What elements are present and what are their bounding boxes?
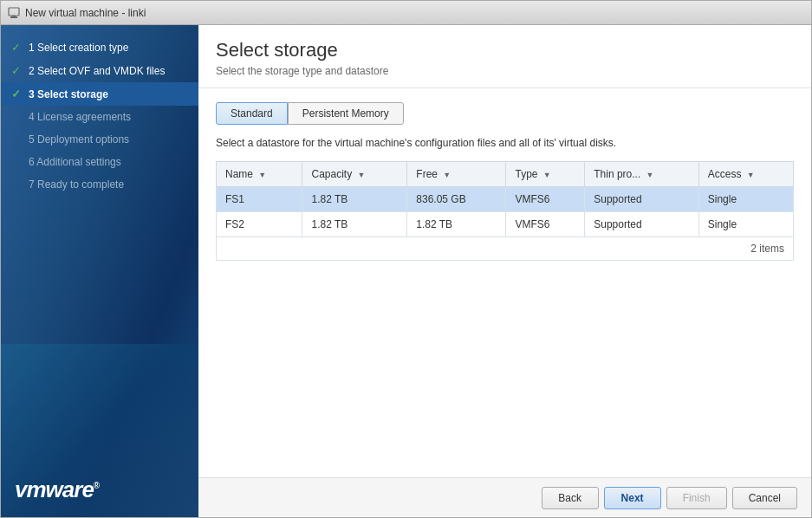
panel-header: Select storage Select the storage type a…: [198, 25, 811, 88]
cell-name: FS1: [217, 187, 302, 212]
col-header-type[interactable]: Type ▼: [506, 162, 585, 187]
check-icon-1: ✓: [11, 41, 23, 54]
tab-bar: Standard Persistent Memory: [216, 102, 794, 125]
table-row[interactable]: FS2 1.82 TB 1.82 TB VMFS6 Supported Sing…: [217, 212, 794, 237]
sort-icon-thin-pro: ▼: [646, 171, 654, 179]
sidebar-item-label-6: 6 Additional settings: [29, 156, 121, 168]
sidebar-item-label-7: 7 Ready to complete: [29, 178, 124, 191]
title-bar-text: New virtual machine - linki: [25, 7, 146, 19]
panel-title: Select storage: [216, 39, 794, 62]
col-header-free[interactable]: Free ▼: [407, 162, 506, 187]
cancel-button[interactable]: Cancel: [732, 487, 797, 509]
panel-subtitle: Select the storage type and datastore: [216, 65, 794, 77]
cell-name: FS2: [217, 212, 302, 237]
sidebar-item-label-5: 5 Deployment options: [29, 133, 129, 146]
title-bar: New virtual machine - linki: [1, 1, 811, 25]
sort-icon-capacity: ▼: [358, 171, 366, 179]
sidebar-item-7[interactable]: 7 Ready to complete: [1, 173, 198, 196]
sidebar-item-1[interactable]: ✓ 1 Select creation type: [1, 36, 198, 59]
svg-rect-1: [10, 16, 17, 18]
cell-capacity: 1.82 TB: [302, 212, 407, 237]
cell-thin-pro: Supported: [585, 187, 699, 212]
sidebar-item-2[interactable]: ✓ 2 Select OVF and VMDK files: [1, 59, 198, 82]
vmware-brand-text: vmware®: [15, 476, 99, 502]
panel-body: Standard Persistent Memory Select a data…: [198, 88, 811, 477]
vmware-logo: vmware®: [1, 463, 198, 517]
cell-type: VMFS6: [506, 187, 585, 212]
sidebar-item-label-4: 4 License agreements: [29, 111, 131, 123]
col-header-name[interactable]: Name ▼: [217, 162, 302, 187]
next-button[interactable]: Next: [604, 487, 661, 509]
sidebar-item-label-2: 2 Select OVF and VMDK files: [29, 65, 165, 77]
sort-icon-access: ▼: [747, 171, 755, 179]
datastore-info-text: Select a datastore for the virtual machi…: [216, 137, 794, 149]
sort-icon-free: ▼: [443, 171, 451, 179]
storage-table: Name ▼ Capacity ▼ Free ▼: [216, 161, 794, 237]
sidebar-item-label-3: 3 Select storage: [29, 88, 108, 100]
cell-type: VMFS6: [506, 212, 585, 237]
table-row[interactable]: FS1 1.82 TB 836.05 GB VMFS6 Supported Si…: [217, 187, 794, 212]
sort-icon-name: ▼: [258, 171, 266, 179]
cell-free: 1.82 TB: [407, 212, 506, 237]
sidebar-item-6[interactable]: 6 Additional settings: [1, 151, 198, 173]
window-icon: [8, 7, 20, 19]
check-icon-2: ✓: [11, 64, 23, 77]
col-header-thin-pro[interactable]: Thin pro... ▼: [585, 162, 699, 187]
sidebar: ✓ 1 Select creation type ✓ 2 Select OVF …: [1, 25, 198, 517]
sidebar-item-4[interactable]: 4 License agreements: [1, 106, 198, 128]
tab-persistent-memory[interactable]: Persistent Memory: [288, 102, 404, 125]
sidebar-item-3[interactable]: ✓ 3 Select storage: [1, 82, 198, 106]
check-icon-3: ✓: [11, 87, 23, 100]
right-panel: Select storage Select the storage type a…: [198, 25, 811, 517]
back-button[interactable]: Back: [542, 487, 599, 509]
cell-free: 836.05 GB: [407, 187, 506, 212]
svg-rect-0: [9, 8, 19, 16]
sidebar-item-label-1: 1 Select creation type: [29, 42, 128, 54]
window: New virtual machine - linki ✓ 1 Select c…: [0, 0, 812, 518]
tab-standard[interactable]: Standard: [216, 102, 288, 125]
sidebar-nav: ✓ 1 Select creation type ✓ 2 Select OVF …: [1, 25, 198, 463]
col-header-capacity[interactable]: Capacity ▼: [302, 162, 407, 187]
table-header-row: Name ▼ Capacity ▼ Free ▼: [217, 162, 794, 187]
cell-access: Single: [698, 212, 793, 237]
col-header-access[interactable]: Access ▼: [698, 162, 793, 187]
main-content: ✓ 1 Select creation type ✓ 2 Select OVF …: [1, 25, 811, 517]
footer: Back Next Finish Cancel: [198, 477, 811, 517]
sidebar-item-5[interactable]: 5 Deployment options: [1, 128, 198, 151]
items-count: 2 items: [216, 237, 794, 261]
cell-access: Single: [698, 187, 793, 212]
sort-icon-type: ▼: [543, 171, 551, 179]
finish-button[interactable]: Finish: [666, 487, 727, 509]
cell-capacity: 1.82 TB: [302, 187, 407, 212]
cell-thin-pro: Supported: [585, 212, 699, 237]
